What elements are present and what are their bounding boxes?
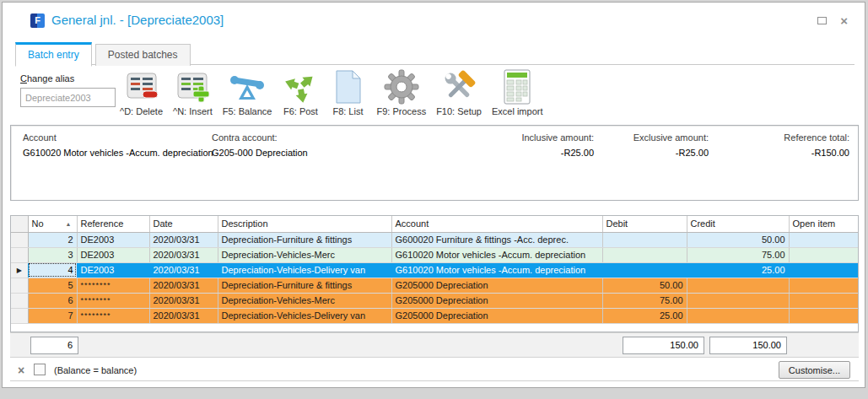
balance-checkbox[interactable] xyxy=(34,364,46,375)
insert-grid-icon xyxy=(174,68,211,105)
sort-ascending-icon: ▲ xyxy=(66,221,72,227)
column-header-credit[interactable]: Credit xyxy=(687,216,789,232)
cell-credit[interactable] xyxy=(687,308,789,323)
cell-credit[interactable] xyxy=(687,278,789,293)
cell-date[interactable]: 2020/03/31 xyxy=(149,308,218,323)
cell-reference[interactable]: ******** xyxy=(77,293,149,308)
app-icon: F xyxy=(30,13,45,28)
cell-account[interactable]: G205000 Depreciation xyxy=(391,278,602,293)
column-header-debit[interactable]: Debit xyxy=(602,216,687,232)
tools-icon xyxy=(440,68,477,105)
cell-account[interactable]: G600020 Furniture & fittings -Acc. depre… xyxy=(391,232,602,247)
cell-no[interactable]: 2 xyxy=(28,232,77,247)
toolbar-button-f9-process[interactable]: F9: Process xyxy=(374,68,429,116)
clear-filter-icon[interactable]: × xyxy=(18,364,24,377)
cell-open-item[interactable] xyxy=(789,293,858,308)
tab-posted-batches[interactable]: Posted batches xyxy=(95,44,191,66)
toolbar-button-label: ^D: Delete xyxy=(120,106,163,116)
balance-icon xyxy=(229,68,266,105)
table-row[interactable]: 2DE20032020/03/31Depreciation-Furniture … xyxy=(11,232,858,247)
cell-debit[interactable] xyxy=(602,247,687,262)
cell-credit[interactable]: 50.00 xyxy=(687,232,789,247)
cell-open-item[interactable] xyxy=(789,232,858,247)
cell-credit[interactable]: 25.00 xyxy=(687,262,789,278)
toolbar-button-f10-setup[interactable]: F10: Setup xyxy=(434,68,484,116)
cell-description[interactable]: Depreciation-Vehicles-Merc xyxy=(218,293,391,308)
column-header-no[interactable]: No▲ xyxy=(28,216,77,232)
column-header-open-item[interactable]: Open item xyxy=(789,216,858,232)
cell-open-item[interactable] xyxy=(789,262,858,278)
cell-date[interactable]: 2020/03/31 xyxy=(149,293,218,308)
cell-no[interactable]: 5 xyxy=(28,278,77,293)
cell-description[interactable]: Depreciation-Vehicles-Merc xyxy=(218,247,391,262)
column-header-reference[interactable]: Reference xyxy=(77,216,149,232)
row-indicator-cell xyxy=(11,232,28,247)
cell-credit[interactable] xyxy=(687,293,789,308)
toolbar-button-label: F6: Post xyxy=(283,106,318,116)
cell-reference[interactable]: DE2003 xyxy=(77,232,149,247)
account-value: G610020 Motor vehicles -Accum. depreciat… xyxy=(23,148,213,158)
cell-description[interactable]: Depreciation-Furniture & fittings xyxy=(218,278,391,293)
cell-date[interactable]: 2020/03/31 xyxy=(149,262,218,278)
cell-reference[interactable]: ******** xyxy=(77,278,149,293)
cell-account[interactable]: G205000 Depreciation xyxy=(391,308,602,323)
row-selector-header xyxy=(11,216,28,232)
cell-debit[interactable] xyxy=(602,262,687,278)
general-journal-window: F General jnl. - [Depreciate2003] × Batc… xyxy=(2,2,865,388)
cell-date[interactable]: 2020/03/31 xyxy=(149,232,218,247)
grid-header-row: No▲ Reference Date Description Account D… xyxy=(11,216,858,232)
recycle-icon xyxy=(282,68,319,105)
table-row[interactable]: 5********2020/03/31Depreciation-Furnitur… xyxy=(11,278,858,293)
toolbar-button-f6-post[interactable]: F6: Post xyxy=(279,68,321,116)
document-icon xyxy=(329,68,366,105)
toolbar-button-excel-import[interactable]: Excel import xyxy=(489,68,546,116)
cell-reference[interactable]: DE2003 xyxy=(77,247,149,262)
cell-account[interactable]: G610020 Motor vehicles -Accum. depreciat… xyxy=(391,247,602,262)
cell-no[interactable]: 3 xyxy=(28,247,77,262)
cell-description[interactable]: Depreciation-Furniture & fittings xyxy=(218,232,391,247)
column-header-account[interactable]: Account xyxy=(391,216,602,232)
table-row[interactable]: 7********2020/03/31Depreciation-Vehicles… xyxy=(11,308,858,323)
cell-description[interactable]: Depreciation-Vehicles-Delivery van xyxy=(218,262,391,278)
cell-date[interactable]: 2020/03/31 xyxy=(149,278,218,293)
cell-no[interactable]: 7 xyxy=(28,308,77,323)
inclusive-amount-value: -R25.00 xyxy=(561,148,594,158)
table-row[interactable]: 3DE20032020/03/31Depreciation-Vehicles-M… xyxy=(11,247,858,262)
change-alias-input[interactable] xyxy=(20,88,116,107)
toolbar-button-f5-balance[interactable]: F5: Balance xyxy=(220,68,275,116)
cell-credit[interactable]: 75.00 xyxy=(687,247,789,262)
cell-debit[interactable]: 50.00 xyxy=(602,278,687,293)
reference-total-value: -R150.00 xyxy=(811,148,849,158)
close-icon[interactable]: × xyxy=(840,16,848,25)
cell-open-item[interactable] xyxy=(789,247,858,262)
window-title: General jnl. - [Depreciate2003] xyxy=(51,13,224,27)
toolbar-button--d-delete[interactable]: ^D: Delete xyxy=(117,68,165,116)
cell-description[interactable]: Depreciation-Vehicles-Delivery van xyxy=(218,308,391,323)
cell-account[interactable]: G610020 Motor vehicles -Accum. depreciat… xyxy=(391,262,602,278)
cell-no[interactable]: 6 xyxy=(28,293,77,308)
customise-button[interactable]: Customise... xyxy=(779,361,850,379)
cell-account[interactable]: G205000 Depreciation xyxy=(391,293,602,308)
cell-debit[interactable]: 75.00 xyxy=(602,293,687,308)
grid-body: 2DE20032020/03/31Depreciation-Furniture … xyxy=(11,232,858,323)
account-label: Account xyxy=(23,132,57,143)
cell-open-item[interactable] xyxy=(789,308,858,323)
cell-debit[interactable]: 25.00 xyxy=(602,308,687,323)
row-indicator-cell xyxy=(11,308,28,323)
column-header-description[interactable]: Description xyxy=(218,216,391,232)
cell-reference[interactable]: ******** xyxy=(77,308,149,323)
cell-open-item[interactable] xyxy=(789,278,858,293)
table-row[interactable]: ▶4DE20032020/03/31Depreciation-Vehicles-… xyxy=(11,262,858,278)
cell-reference[interactable]: DE2003 xyxy=(77,262,149,278)
toolbar-button--n-insert[interactable]: ^N: Insert xyxy=(170,68,215,116)
cell-date[interactable]: 2020/03/31 xyxy=(149,247,218,262)
cell-no[interactable]: 4 xyxy=(28,262,77,278)
cell-debit[interactable] xyxy=(602,232,687,247)
maximize-icon[interactable] xyxy=(817,17,827,24)
exclusive-amount-label: Exclusive amount: xyxy=(633,132,709,143)
column-header-date[interactable]: Date xyxy=(149,216,218,232)
tab-batch-entry[interactable]: Batch entry xyxy=(15,42,92,67)
tab-strip: Batch entry Posted batches xyxy=(15,41,855,65)
table-row[interactable]: 6********2020/03/31Depreciation-Vehicles… xyxy=(11,293,858,308)
toolbar-button-f8-list[interactable]: F8: List xyxy=(326,68,369,116)
